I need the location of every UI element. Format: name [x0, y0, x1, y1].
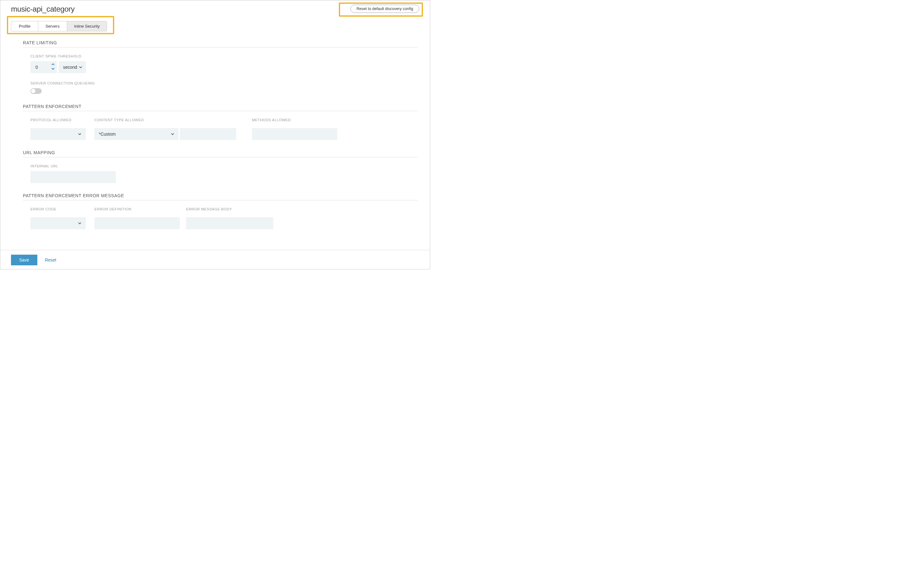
error-body-label: ERROR MESSAGE BODY	[186, 207, 273, 211]
tab-servers[interactable]: Servers	[38, 21, 67, 31]
client-spike-unit-select[interactable]: second	[59, 61, 86, 73]
methods-allowed-input[interactable]	[252, 128, 337, 140]
page-title: music-api_category	[11, 5, 75, 13]
error-code-select[interactable]	[31, 217, 86, 229]
client-spike-threshold-input[interactable]: 0	[31, 61, 57, 73]
spinner-down-icon[interactable]	[51, 67, 55, 70]
internal-url-label: INTERNAL URL	[31, 164, 418, 168]
error-definition-label: ERROR DEFINITION	[95, 207, 180, 211]
spinner-up-icon[interactable]	[51, 62, 55, 66]
internal-url-input[interactable]	[31, 171, 116, 183]
error-code-label: ERROR CODE	[31, 207, 86, 211]
client-spike-unit-value: second	[63, 65, 77, 70]
reset-discovery-button[interactable]: Reset to default discovery config	[350, 5, 419, 13]
server-connection-queueing-toggle[interactable]	[31, 88, 42, 94]
section-pattern-enforcement-title: PATTERN ENFORCEMENT	[23, 104, 418, 111]
content-type-allowed-select[interactable]: *Custom	[95, 128, 179, 140]
tab-bar: Profile Servers Inline Security	[11, 21, 107, 31]
client-spike-threshold-value: 0	[36, 65, 38, 70]
client-spike-threshold-label: CLIENT SPIKE THRESHOLD	[31, 54, 418, 58]
server-connection-queueing-label: SERVER CONNECTION QUEUEING	[31, 81, 418, 85]
chevron-down-icon	[171, 133, 174, 135]
section-rate-limiting-title: RATE LIMITING	[23, 40, 418, 47]
error-body-input[interactable]	[186, 217, 273, 229]
protocol-allowed-label: PROTOCOL ALLOWED	[31, 118, 86, 122]
chevron-down-icon	[79, 66, 82, 68]
reset-link[interactable]: Reset	[45, 257, 57, 262]
content-type-allowed-label: CONTENT TYPE ALLOWED	[95, 118, 236, 122]
error-definition-input[interactable]	[95, 217, 180, 229]
chevron-down-icon	[78, 222, 81, 224]
protocol-allowed-select[interactable]	[31, 128, 86, 140]
section-url-mapping-title: URL MAPPING	[23, 150, 418, 157]
content-type-custom-input[interactable]	[180, 128, 236, 140]
tab-profile[interactable]: Profile	[11, 21, 38, 31]
section-error-message-title: PATTERN ENFORCEMENT ERROR MESSAGE	[23, 193, 418, 200]
methods-allowed-label: METHODS ALLOWED	[252, 118, 337, 122]
tab-inline-security[interactable]: Inline Security	[67, 21, 107, 31]
save-button[interactable]: Save	[11, 255, 37, 265]
content-type-allowed-value: *Custom	[99, 132, 116, 137]
chevron-down-icon	[78, 133, 81, 135]
